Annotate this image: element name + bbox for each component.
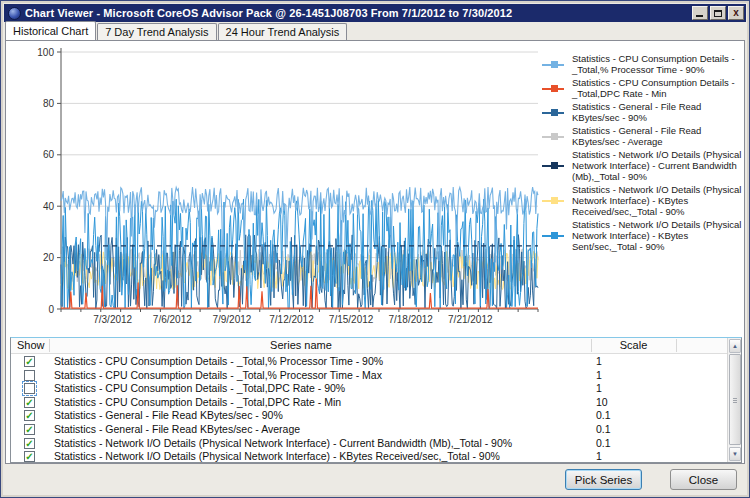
legend-label: Statistics - CPU Consumption Details - _… [572, 53, 744, 75]
series-table-row[interactable]: ✓Statistics - CPU Consumption Details - … [11, 355, 727, 369]
legend-label: Statistics - Network I/O Details (Physic… [572, 149, 744, 182]
dialog-footer: Pick Series Close [4, 464, 746, 494]
series-table-row[interactable]: ✓Statistics - CPU Consumption Details - … [11, 396, 727, 410]
svg-text:7/15/2012: 7/15/2012 [329, 314, 374, 325]
legend-item: Statistics - CPU Consumption Details - _… [542, 53, 744, 75]
show-checkbox[interactable] [24, 370, 35, 381]
column-divider [49, 339, 50, 352]
svg-text:7/12/2012: 7/12/2012 [269, 314, 314, 325]
window-controls: x [692, 6, 744, 20]
historical-line-chart: 0204060801007/3/20127/6/20127/9/20127/12… [8, 46, 544, 330]
legend-label: Statistics - General - File Read KBytes/… [572, 125, 744, 147]
scale-cell[interactable]: 1 [596, 382, 602, 396]
legend-line-marker-cpu-90 [542, 61, 568, 68]
series-table: Show Series name Scale ✓Statistics - CPU… [10, 337, 742, 463]
legend-label: Statistics - CPU Consumption Details - _… [572, 77, 744, 99]
legend-label: Statistics - General - File Read KBytes/… [572, 101, 744, 123]
close-dialog-button[interactable]: Close [670, 469, 737, 490]
series-table-body: ✓Statistics - CPU Consumption Details - … [11, 355, 727, 462]
legend-label: Statistics - Network I/O Details (Physic… [572, 219, 744, 252]
scale-cell[interactable]: 0.1 [596, 409, 611, 423]
maximize-button[interactable] [710, 6, 726, 20]
svg-text:20: 20 [43, 252, 55, 263]
series-name-cell: Statistics - CPU Consumption Details - _… [54, 355, 383, 369]
svg-text:100: 100 [37, 47, 54, 58]
legend-line-marker-dpc-min [542, 85, 568, 92]
column-divider [591, 339, 592, 352]
series-name-cell: Statistics - General - File Read KBytes/… [54, 409, 283, 423]
pick-series-button[interactable]: Pick Series [565, 469, 642, 490]
series-name-cell: Statistics - CPU Consumption Details - _… [54, 382, 345, 396]
series-table-row[interactable]: Statistics - CPU Consumption Details - _… [11, 369, 727, 383]
column-divider [676, 339, 677, 352]
close-button[interactable]: x [728, 6, 744, 20]
show-checkbox[interactable]: ✓ [24, 451, 35, 462]
series-name-cell: Statistics - CPU Consumption Details - _… [54, 396, 341, 410]
show-checkbox[interactable] [24, 383, 35, 394]
show-checkbox[interactable]: ✓ [24, 356, 35, 367]
legend-label: Statistics - Network I/O Details (Physic… [572, 184, 744, 217]
scale-cell[interactable]: 1 [596, 450, 602, 462]
series-table-header: Show Series name Scale [11, 338, 741, 354]
svg-text:7/18/2012: 7/18/2012 [388, 314, 433, 325]
svg-text:40: 40 [43, 201, 55, 212]
title-bar[interactable]: Chart Viewer - Microsoft CoreOS Advisor … [4, 4, 746, 22]
table-scrollbar[interactable]: ▲ ▼ [727, 338, 741, 462]
show-checkbox[interactable]: ✓ [24, 438, 35, 449]
svg-text:80: 80 [43, 98, 55, 109]
tab-24-hour-trend-analysis[interactable]: 24 Hour Trend Analysis [218, 23, 348, 40]
series-table-row[interactable]: ✓Statistics - Network I/O Details (Physi… [11, 437, 727, 451]
legend-item: Statistics - Network I/O Details (Physic… [542, 219, 744, 252]
scrollbar-thumb[interactable] [729, 354, 741, 445]
legend-line-marker-kbytes-received [542, 197, 568, 204]
legend-item: Statistics - Network I/O Details (Physic… [542, 149, 744, 182]
svg-text:7/3/2012: 7/3/2012 [93, 314, 132, 325]
show-checkbox[interactable]: ✓ [24, 410, 35, 421]
scale-cell[interactable]: 0.1 [596, 423, 611, 437]
tab-strip: Historical Chart 7 Day Trend Analysis 24… [5, 22, 745, 40]
scale-cell[interactable]: 0.1 [596, 437, 611, 451]
legend-item: Statistics - General - File Read KBytes/… [542, 101, 744, 123]
legend-line-marker-fileread-avg [542, 133, 568, 140]
svg-text:7/21/2012: 7/21/2012 [448, 314, 493, 325]
legend-line-marker-bandwidth [542, 162, 568, 169]
svg-text:60: 60 [43, 149, 55, 160]
series-name-cell: Statistics - Network I/O Details (Physic… [54, 437, 512, 451]
series-table-row[interactable]: Statistics - CPU Consumption Details - _… [11, 382, 727, 396]
scale-cell[interactable]: 1 [596, 369, 602, 383]
minimize-button[interactable] [692, 6, 708, 20]
window-title: Chart Viewer - Microsoft CoreOS Advisor … [25, 7, 692, 19]
legend-line-marker-kbytes-sent [542, 232, 568, 239]
scale-cell[interactable]: 1 [596, 355, 602, 369]
column-header-series-name[interactable]: Series name [11, 339, 591, 351]
series-name-cell: Statistics - CPU Consumption Details - _… [54, 369, 382, 383]
scroll-down-arrow-icon[interactable]: ▼ [729, 447, 741, 461]
tab-7-day-trend-analysis[interactable]: 7 Day Trend Analysis [97, 23, 216, 40]
series-name-cell: Statistics - Network I/O Details (Physic… [54, 450, 500, 462]
svg-text:7/6/2012: 7/6/2012 [153, 314, 192, 325]
historical-chart-page: 0204060801007/3/20127/6/20127/9/20127/12… [5, 40, 745, 464]
chart-legend: Statistics - CPU Consumption Details - _… [542, 53, 744, 254]
show-checkbox[interactable]: ✓ [24, 424, 35, 435]
tab-historical-chart[interactable]: Historical Chart [5, 21, 96, 40]
series-table-row[interactable]: ✓Statistics - General - File Read KBytes… [11, 423, 727, 437]
column-header-scale[interactable]: Scale [591, 339, 676, 351]
minimize-icon [696, 15, 703, 17]
svg-text:7/9/2012: 7/9/2012 [212, 314, 251, 325]
scale-cell[interactable]: 10 [596, 396, 608, 410]
svg-text:0: 0 [48, 304, 54, 315]
app-icon [8, 7, 21, 20]
legend-line-marker-fileread-90 [542, 109, 568, 116]
show-checkbox[interactable]: ✓ [24, 397, 35, 408]
scroll-up-arrow-icon[interactable]: ▲ [729, 339, 741, 353]
legend-item: Statistics - CPU Consumption Details - _… [542, 77, 744, 99]
series-table-row[interactable]: ✓Statistics - Network I/O Details (Physi… [11, 450, 727, 462]
maximize-icon [714, 10, 722, 17]
series-name-cell: Statistics - General - File Read KBytes/… [54, 423, 300, 437]
legend-item: Statistics - Network I/O Details (Physic… [542, 184, 744, 217]
series-table-row[interactable]: ✓Statistics - General - File Read KBytes… [11, 409, 727, 423]
legend-item: Statistics - General - File Read KBytes/… [542, 125, 744, 147]
close-icon: x [733, 8, 739, 18]
chart-viewer-window: Chart Viewer - Microsoft CoreOS Advisor … [0, 0, 750, 498]
